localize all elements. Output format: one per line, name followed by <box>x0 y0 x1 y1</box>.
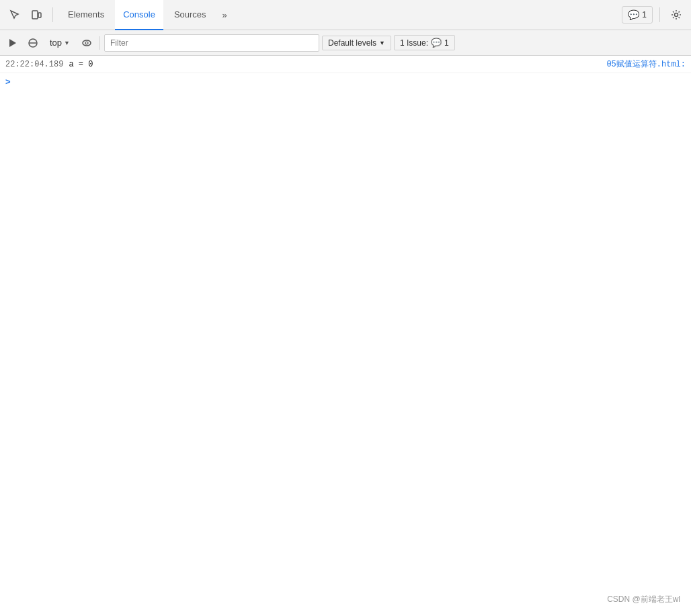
log-source-link[interactable]: 05赋值运算符.html: <box>606 58 686 70</box>
tab-bar-right: 💬 1 <box>622 5 686 24</box>
tab-separator-2 <box>659 7 660 22</box>
svg-point-2 <box>675 13 678 17</box>
svg-marker-3 <box>9 39 16 47</box>
tab-more-btn[interactable]: » <box>217 0 233 30</box>
filter-input[interactable] <box>104 34 319 52</box>
tab-elements[interactable]: Elements <box>60 0 112 30</box>
tab-sources[interactable]: Sources <box>166 0 214 30</box>
badge-button[interactable]: 💬 1 <box>622 6 653 24</box>
tab-separator-1 <box>52 7 53 22</box>
context-selector[interactable]: top ▼ <box>44 36 75 49</box>
console-content: 22:22:04.189 a = 0 05赋值运算符.html: > CSDN … <box>0 56 691 616</box>
console-prompt-row[interactable]: > <box>0 73 691 89</box>
tab-bar: Elements Console Sources » 💬 1 <box>0 0 691 30</box>
issue-chat-icon: 💬 <box>431 38 442 48</box>
issues-button[interactable]: 1 Issue: 💬 1 <box>394 35 455 50</box>
log-levels-button[interactable]: Default levels ▼ <box>322 36 391 50</box>
inspect-icon[interactable] <box>5 5 24 24</box>
toolbar: top ▼ Default levels ▼ 1 Issue: 💬 1 <box>0 30 691 56</box>
tab-bar-left: Elements Console Sources » <box>5 0 233 30</box>
clear-console-icon[interactable] <box>24 34 42 52</box>
play-icon[interactable] <box>4 34 22 52</box>
svg-rect-0 <box>32 11 38 19</box>
svg-point-7 <box>85 42 88 44</box>
watermark: CSDN @前端老王wl <box>607 594 680 605</box>
chat-icon: 💬 <box>628 9 639 20</box>
live-expressions-icon[interactable] <box>78 34 95 52</box>
levels-dropdown-arrow-icon: ▼ <box>379 40 385 46</box>
console-log-row: 22:22:04.189 a = 0 05赋值运算符.html: <box>0 56 691 73</box>
toolbar-separator-1 <box>99 36 100 50</box>
settings-icon[interactable] <box>667 5 686 24</box>
device-toolbar-icon[interactable] <box>27 5 46 24</box>
svg-point-6 <box>83 40 91 46</box>
dropdown-arrow-icon: ▼ <box>64 40 70 46</box>
log-timestamp: 22:22:04.189 <box>5 60 63 69</box>
svg-rect-1 <box>38 13 41 17</box>
log-message: a = 0 <box>69 60 606 69</box>
tab-console[interactable]: Console <box>115 0 163 30</box>
prompt-arrow-icon: > <box>5 77 11 87</box>
